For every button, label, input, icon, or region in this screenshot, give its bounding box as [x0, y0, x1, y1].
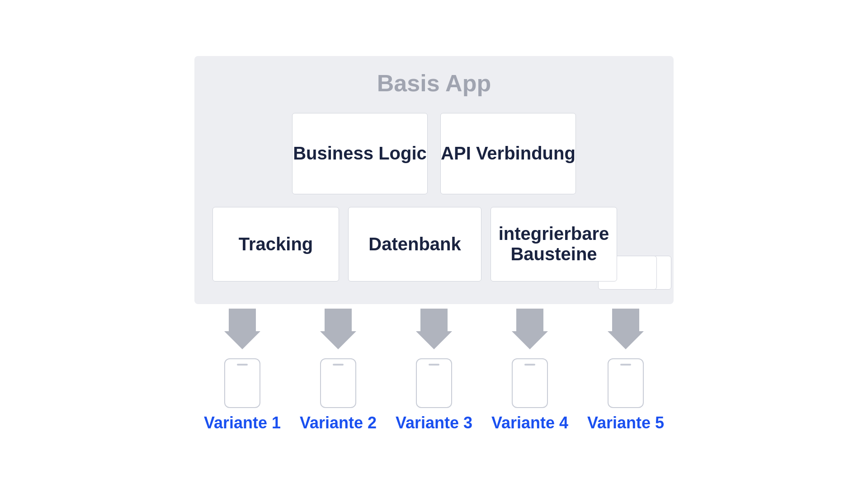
arrow-col-1 — [194, 304, 290, 349]
variant-phone-5 — [608, 358, 644, 408]
bottom-row: Tracking Datenbank integrierbare Baustei… — [212, 207, 656, 282]
basis-app-title: Basis App — [212, 70, 656, 97]
card-api-verbindung: API Verbindung — [440, 113, 576, 194]
arrow-col-5 — [578, 304, 674, 349]
arrow-col-2 — [290, 304, 386, 349]
card-business-logic: Business Logic — [292, 113, 428, 194]
card-integrierbare: integrierbare Bausteine — [491, 207, 617, 282]
arrow-down-2 — [320, 309, 356, 349]
arrow-down-5 — [608, 309, 644, 349]
main-container: Basis App Business Logic API Verbindung … — [0, 0, 868, 488]
arrow-down-4 — [512, 309, 548, 349]
variant-col-2: Variante 2 — [290, 358, 386, 432]
variant-col-4: Variante 4 — [482, 358, 578, 432]
variant-label-5: Variante 5 — [587, 413, 664, 432]
basis-app-box: Basis App Business Logic API Verbindung … — [194, 56, 674, 304]
variant-col-3: Variante 3 — [386, 358, 482, 432]
arrow-down-3 — [416, 309, 452, 349]
variant-phone-1 — [224, 358, 260, 408]
variant-label-1: Variante 1 — [204, 413, 281, 432]
svg-marker-4 — [608, 309, 644, 349]
variant-label-3: Variante 3 — [396, 413, 472, 432]
card-tracking: Tracking — [212, 207, 339, 282]
arrow-down-1 — [224, 309, 260, 349]
svg-marker-3 — [512, 309, 548, 349]
variant-phone-2 — [320, 358, 356, 408]
variants-row: Variante 1 Variante 2 Variante 3 Variant… — [194, 358, 674, 432]
integrierbare-wrapper: integrierbare Bausteine — [491, 207, 644, 282]
arrows-row — [194, 304, 674, 349]
arrow-col-4 — [482, 304, 578, 349]
svg-marker-2 — [416, 309, 452, 349]
svg-marker-1 — [320, 309, 356, 349]
variant-phone-3 — [416, 358, 452, 408]
top-row: Business Logic API Verbindung — [212, 113, 656, 194]
variant-phone-4 — [512, 358, 548, 408]
variant-label-2: Variante 2 — [300, 413, 377, 432]
arrow-col-3 — [386, 304, 482, 349]
variant-col-1: Variante 1 — [194, 358, 290, 432]
card-datenbank: Datenbank — [348, 207, 481, 282]
variant-col-5: Variante 5 — [578, 358, 674, 432]
svg-marker-0 — [224, 309, 260, 349]
variant-label-4: Variante 4 — [491, 413, 568, 432]
